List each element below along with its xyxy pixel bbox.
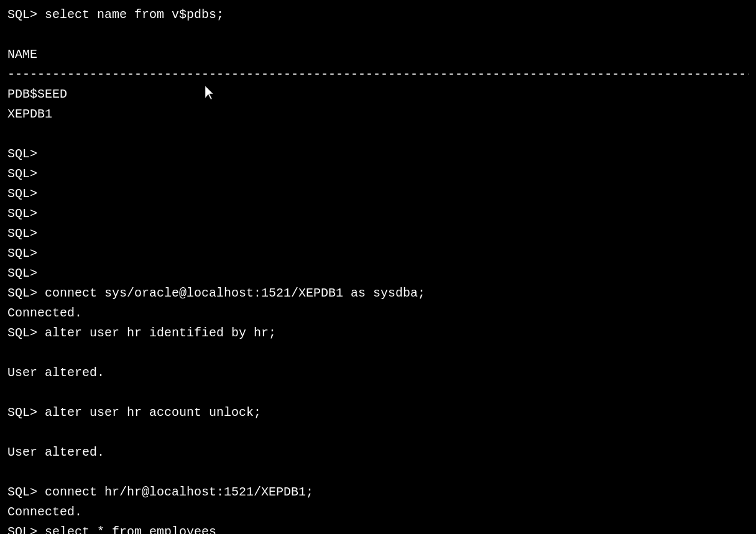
line-6: XEPDB1 bbox=[7, 104, 749, 124]
line-14: SQL> bbox=[7, 264, 749, 283]
terminal-output: SQL> select name from v$pdbs; NAME -----… bbox=[7, 5, 749, 534]
line-19: User altered. bbox=[7, 363, 749, 383]
line-11: SQL> bbox=[7, 204, 749, 224]
line-26: Connected. bbox=[7, 502, 749, 522]
line-25: SQL> connect hr/hr@localhost:1521/XEPDB1… bbox=[7, 482, 749, 502]
line-5: PDB$SEED bbox=[7, 85, 749, 104]
line-12: SQL> bbox=[7, 224, 749, 244]
line-13: SQL> bbox=[7, 244, 749, 264]
line-18 bbox=[7, 343, 749, 363]
line-4: ----------------------------------------… bbox=[7, 65, 749, 85]
line-21: SQL> alter user hr account unlock; bbox=[7, 403, 749, 423]
line-16: Connected. bbox=[7, 303, 749, 323]
line-27: SQL> select * from employees bbox=[7, 522, 749, 534]
line-22 bbox=[7, 423, 749, 443]
line-1: SQL> select name from v$pdbs; bbox=[7, 5, 749, 25]
line-10: SQL> bbox=[7, 184, 749, 204]
line-8: SQL> bbox=[7, 144, 749, 164]
line-3: NAME bbox=[7, 45, 749, 65]
line-7 bbox=[7, 124, 749, 144]
line-9: SQL> bbox=[7, 164, 749, 184]
line-17: SQL> alter user hr identified by hr; bbox=[7, 323, 749, 343]
line-20 bbox=[7, 383, 749, 403]
line-24 bbox=[7, 463, 749, 482]
terminal-window: SQL> select name from v$pdbs; NAME -----… bbox=[7, 5, 749, 534]
line-23: User altered. bbox=[7, 443, 749, 463]
line-15: SQL> connect sys/oracle@localhost:1521/X… bbox=[7, 283, 749, 303]
line-2 bbox=[7, 25, 749, 45]
